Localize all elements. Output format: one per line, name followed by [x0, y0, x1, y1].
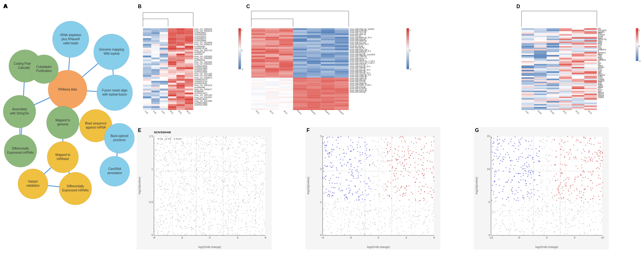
panel-b — [137, 3, 243, 126]
panel-c — [245, 3, 514, 126]
panel-a-label: A — [3, 3, 7, 10]
panel-d — [515, 3, 641, 126]
top-row — [137, 3, 641, 126]
panel-g — [474, 127, 641, 250]
panel-f — [305, 127, 472, 250]
main-container: A — [0, 0, 644, 253]
panel-a: A — [3, 3, 135, 250]
bottom-row — [137, 127, 641, 250]
panel-e — [137, 127, 304, 250]
